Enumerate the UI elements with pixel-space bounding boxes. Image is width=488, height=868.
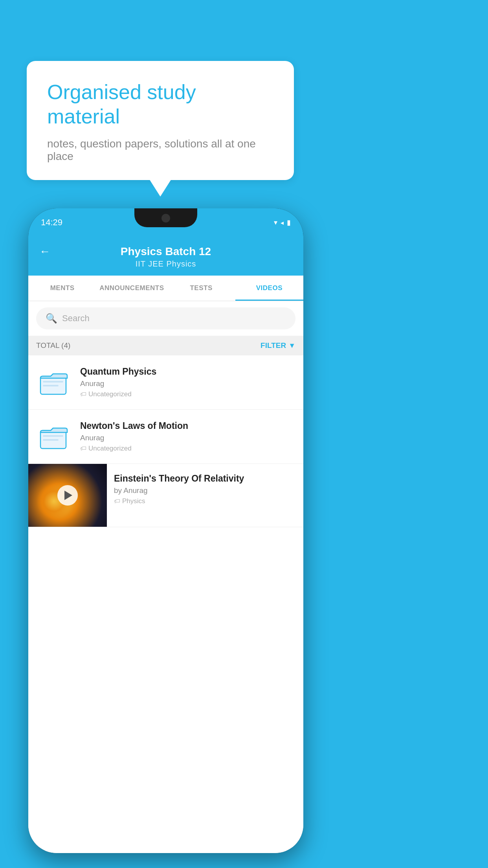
speech-bubble-card: Organised study material notes, question…: [27, 61, 294, 180]
app-subtitle: IIT JEE Physics: [136, 259, 196, 268]
filter-label: FILTER: [261, 341, 286, 350]
list-item[interactable]: Newton's Laws of Motion Anurag 🏷 Uncateg…: [28, 410, 303, 464]
signal-icon: ◂: [281, 219, 284, 226]
folder-icon: [40, 369, 68, 396]
tab-videos[interactable]: VIDEOS: [235, 276, 303, 301]
folder-icon: [40, 423, 68, 450]
speech-bubble-title: Organised study material: [47, 80, 273, 129]
search-input[interactable]: Search: [62, 313, 90, 324]
wifi-icon: ▾: [274, 218, 277, 227]
item-tag: 🏷 Physics: [114, 497, 296, 505]
filter-bar: TOTAL (4) FILTER ▼: [28, 336, 303, 355]
item-tag: 🏷 Uncategorized: [80, 390, 295, 398]
item-tag: 🏷 Uncategorized: [80, 445, 295, 452]
filter-button[interactable]: FILTER ▼: [261, 341, 295, 350]
total-label: TOTAL (4): [36, 341, 70, 350]
video-thumbnail: [28, 464, 107, 527]
status-time: 14:29: [41, 217, 62, 228]
app-title: Physics Batch 12: [121, 245, 211, 258]
status-icons: ▾ ◂ ▮: [274, 218, 291, 227]
item-author: Anurag: [80, 434, 295, 442]
speech-bubble-subtitle: notes, question papers, solutions all at…: [47, 138, 273, 163]
background: Organised study material notes, question…: [0, 0, 488, 868]
camera-notch: [161, 214, 170, 223]
search-container: 🔍 Search: [28, 301, 303, 336]
phone-screen: ← Physics Batch 12 IIT JEE Physics MENTS…: [28, 237, 303, 853]
item-thumbnail: [36, 368, 72, 397]
app-header: ← Physics Batch 12 IIT JEE Physics: [28, 237, 303, 276]
search-icon: 🔍: [46, 313, 57, 324]
filter-icon: ▼: [288, 342, 295, 350]
svg-rect-5: [43, 439, 59, 441]
tab-ments[interactable]: MENTS: [28, 276, 96, 301]
item-info: Einstein's Theory Of Relativity by Anura…: [107, 464, 303, 515]
tab-announcements[interactable]: ANNOUNCEMENTS: [96, 276, 167, 301]
item-thumbnail: [36, 423, 72, 451]
item-author: by Anurag: [114, 486, 296, 495]
svg-rect-2: [43, 385, 59, 386]
tag-icon: 🏷: [80, 391, 86, 398]
item-title: Einstein's Theory Of Relativity: [114, 473, 296, 484]
item-title: Quantum Physics: [80, 366, 295, 377]
item-info: Newton's Laws of Motion Anurag 🏷 Uncateg…: [80, 421, 295, 452]
phone-frame: 14:29 ▾ ◂ ▮ ← Physics Batch 12 IIT JEE P…: [28, 208, 303, 853]
tab-tests[interactable]: TESTS: [167, 276, 235, 301]
status-bar: 14:29 ▾ ◂ ▮: [28, 208, 303, 237]
item-title: Newton's Laws of Motion: [80, 421, 295, 431]
video-list: Quantum Physics Anurag 🏷 Uncategorized: [28, 355, 303, 853]
svg-rect-1: [43, 381, 63, 383]
item-author: Anurag: [80, 379, 295, 388]
tag-icon: 🏷: [80, 445, 86, 452]
tag-icon: 🏷: [114, 498, 120, 505]
search-bar[interactable]: 🔍 Search: [36, 307, 295, 329]
item-info: Quantum Physics Anurag 🏷 Uncategorized: [80, 366, 295, 398]
list-item[interactable]: Einstein's Theory Of Relativity by Anura…: [28, 464, 303, 527]
svg-rect-4: [43, 435, 63, 437]
play-button[interactable]: [57, 485, 78, 506]
tabs-bar: MENTS ANNOUNCEMENTS TESTS VIDEOS: [28, 276, 303, 301]
list-item[interactable]: Quantum Physics Anurag 🏷 Uncategorized: [28, 355, 303, 410]
play-icon: [64, 491, 72, 500]
battery-icon: ▮: [287, 218, 291, 227]
back-button[interactable]: ←: [39, 245, 50, 258]
